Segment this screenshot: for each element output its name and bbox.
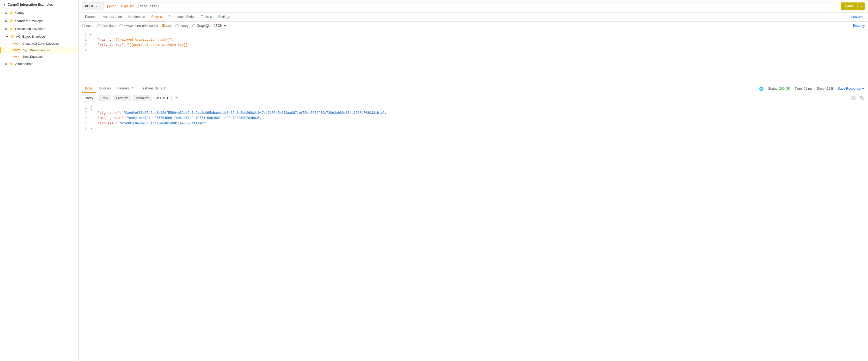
method-badge-post: POST: [11, 42, 20, 45]
sidebar-header[interactable]: ▼ CargoX Integration Examples: [0, 0, 78, 9]
url-path: sign_hash/: [140, 4, 159, 8]
code-line-3: 3 "private_key": "{{user1_ethereum_priva…: [82, 42, 865, 48]
radio-binary[interactable]: binary: [176, 24, 189, 28]
response-format-label: JSON: [156, 96, 165, 100]
view-pretty-button[interactable]: Pretty: [82, 95, 96, 101]
copy-icon[interactable]: ⬜: [850, 95, 856, 101]
resp-line-1: 1 {: [82, 105, 865, 110]
view-raw-button[interactable]: Raw: [98, 95, 111, 101]
response-area: Body Cookies Headers (4) Test Results (2…: [79, 84, 868, 361]
method-badge-post: POST: [12, 48, 21, 52]
response-format-chevron: ▼: [166, 96, 169, 100]
sidebar-sub-item-label: Create ACI Egypt Envelope: [23, 42, 59, 45]
folder-icon: 📁: [9, 19, 13, 23]
format-chevron: ▼: [223, 24, 227, 28]
tab-tests[interactable]: Tests: [198, 13, 215, 22]
request-tabs-bar: Params Authorization Headers (9) Body Pr…: [79, 13, 868, 22]
sidebar-item-label: Standard Envelope: [15, 19, 43, 23]
filter-icon[interactable]: ≡: [174, 95, 179, 101]
response-tab-body[interactable]: Body: [82, 84, 96, 93]
save-response-chevron: ▼: [862, 87, 865, 91]
resp-line-5: 5 }: [82, 126, 865, 131]
sidebar-item-label: Attachments: [15, 62, 33, 66]
method-dropdown-arrow: ▼: [95, 5, 98, 8]
folder-icon: 📁: [10, 35, 14, 38]
send-dropdown-button[interactable]: ▼: [858, 2, 865, 10]
radio-dot-graphql: [192, 24, 195, 27]
folder-icon: 📁: [9, 27, 13, 31]
response-tab-cookies[interactable]: Cookies: [96, 84, 114, 93]
code-line-1: 1 {: [82, 32, 865, 37]
method-select[interactable]: POST ▼: [82, 2, 103, 10]
send-btn-container: Send ▼: [841, 2, 865, 10]
code-line-2: 2 "hash": "{{relayed_transaction_hash}}"…: [82, 37, 865, 42]
main-panel: POST ▼ {{web3_sign_url}}sign_hash/ Send …: [79, 0, 868, 361]
chevron-right-icon: ▶: [5, 62, 8, 65]
send-button[interactable]: Send: [841, 2, 858, 10]
request-body-editor[interactable]: 1 { 2 "hash": "{{relayed_transaction_has…: [79, 30, 868, 84]
sidebar-item-sign-document-hash[interactable]: POST Sign Document Hash: [0, 47, 78, 54]
radio-dot-binary: [176, 24, 179, 27]
url-input[interactable]: {{web3_sign_url}}sign_hash/: [103, 2, 841, 10]
radio-dot-none: [82, 24, 85, 27]
tab-headers[interactable]: Headers (9): [125, 13, 148, 22]
resp-line-2: 2 "signature": "0xed4ef65c56e6cd8e22df55…: [82, 110, 865, 116]
sidebar-item-aci-egypt[interactable]: ▼ 📁 ACI Egypt Envelope: [0, 33, 78, 40]
format-label: JSON: [214, 24, 222, 28]
response-tab-headers[interactable]: Headers (4): [114, 84, 138, 93]
tab-settings[interactable]: Settings: [215, 13, 233, 22]
sidebar-item-blockchain-envelope[interactable]: ▶ 📁 Blockchain Envelope: [0, 25, 78, 33]
chevron-right-icon: ▶: [5, 27, 8, 30]
sidebar-item-label: Blockchain Envelope: [15, 27, 45, 31]
globe-icon: 🌐: [759, 87, 764, 91]
resp-line-3: 3 "messageHash": "0x541bee79fcb275794898…: [82, 116, 865, 121]
response-status: 🌐 Status: 200 OK Time: 61 ms Size: 412 B…: [759, 87, 865, 91]
url-bar: POST ▼ {{web3_sign_url}}sign_hash/ Send …: [79, 0, 868, 13]
resp-options-right: ⬜ 🔍: [850, 95, 865, 101]
chevron-right-icon: ▶: [5, 20, 8, 23]
sidebar: ▼ CargoX Integration Examples ▶ 📁 Setup …: [0, 0, 79, 361]
response-body-code: 1 { 2 "signature": "0xed4ef65c56e6cd8e22…: [79, 103, 868, 361]
method-label: POST: [85, 4, 94, 8]
sidebar-sub-item-label: Sign Document Hash: [23, 48, 52, 52]
radio-graphql[interactable]: GraphQL: [192, 24, 210, 28]
method-badge-post: POST: [11, 55, 20, 58]
sidebar-sub-item-label: Send Envelope: [23, 55, 43, 58]
status-ok: 200 OK: [779, 87, 790, 91]
sidebar-item-standard-envelope[interactable]: ▶ 📁 Standard Envelope: [0, 17, 78, 25]
cookies-link[interactable]: Cookies: [849, 13, 865, 21]
sidebar-item-send-envelope[interactable]: POST Send Envelope: [0, 54, 78, 60]
code-line-4: 4 }: [82, 48, 865, 53]
response-tab-test-results[interactable]: Test Results (2/2): [138, 84, 169, 93]
resp-line-4: 4 "address": "0xF901E8e0098d814f2BF84814…: [82, 121, 865, 126]
tab-params[interactable]: Params: [82, 13, 99, 22]
response-tabs-bar: Body Cookies Headers (4) Test Results (2…: [79, 84, 868, 93]
folder-icon: 📁: [9, 11, 13, 15]
view-visualize-button[interactable]: Visualize: [133, 95, 152, 101]
radio-raw[interactable]: raw: [162, 24, 171, 28]
folder-icon: 📁: [9, 62, 13, 66]
chevron-right-icon: ▶: [5, 12, 8, 14]
radio-urlencoded[interactable]: x-www-form-urlencoded: [119, 24, 158, 28]
sidebar-item-create-aci[interactable]: POST Create ACI Egypt Envelope: [0, 40, 78, 47]
search-icon[interactable]: 🔍: [859, 95, 865, 101]
response-size: 412 B: [825, 87, 833, 91]
beautify-button[interactable]: Beautify: [853, 24, 865, 28]
format-select[interactable]: JSON ▼: [214, 24, 227, 28]
tab-pre-request[interactable]: Pre-request Script: [165, 13, 198, 22]
sidebar-item-attachments[interactable]: ▶ 📁 Attachments: [0, 60, 78, 68]
radio-none[interactable]: none: [82, 24, 94, 28]
radio-dot-raw: [162, 24, 165, 27]
tab-authorization[interactable]: Authorization: [99, 13, 125, 22]
view-preview-button[interactable]: Preview: [113, 95, 131, 101]
radio-dot-urlencoded: [119, 24, 123, 27]
save-response-button[interactable]: Save Response ▼: [838, 87, 865, 91]
response-format-select[interactable]: JSON ▼: [154, 95, 172, 101]
tab-body[interactable]: Body: [148, 13, 165, 22]
sidebar-item-label: Setup: [15, 11, 24, 15]
chevron-down-icon: ▼: [5, 35, 9, 38]
sidebar-item-setup[interactable]: ▶ 📁 Setup: [0, 9, 78, 17]
radio-dot-form-data: [97, 24, 100, 27]
radio-form-data[interactable]: form-data: [97, 24, 116, 28]
response-options: Pretty Raw Preview Visualize JSON ▼ ≡ ⬜ …: [79, 93, 868, 103]
